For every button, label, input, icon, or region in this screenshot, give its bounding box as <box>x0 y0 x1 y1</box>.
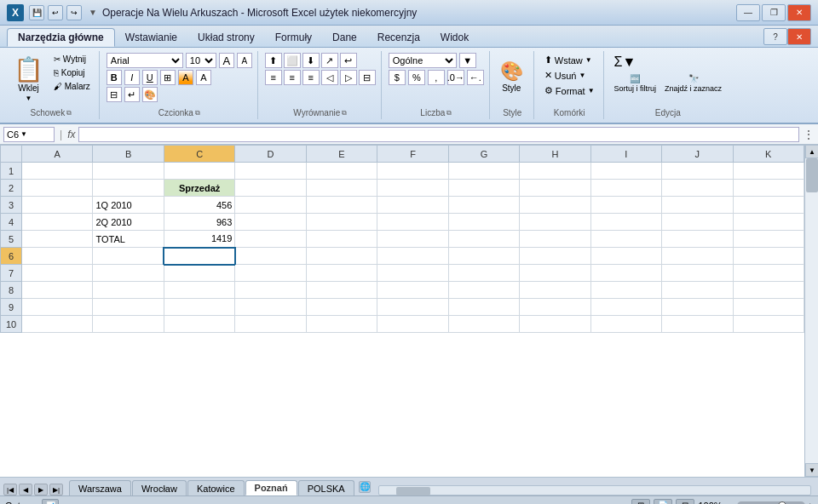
last-sheet-btn[interactable]: ▶| <box>49 484 63 495</box>
cell-h7[interactable] <box>520 265 590 282</box>
number-dropdown[interactable]: ▼ <box>459 53 476 68</box>
wrap-text-btn[interactable]: ↩ <box>340 53 357 68</box>
wrap-btn[interactable]: ↵ <box>124 87 140 102</box>
cell-c9[interactable] <box>164 299 234 316</box>
ribbon-close-btn[interactable]: ✕ <box>787 28 811 45</box>
col-header-b[interactable]: B <box>93 146 164 163</box>
currency-btn[interactable]: $ <box>389 70 406 85</box>
cell-d1[interactable] <box>235 163 306 180</box>
cell-h4[interactable] <box>520 214 590 231</box>
copy-button[interactable]: ⎘ Kopiuj <box>50 66 94 79</box>
cell-f10[interactable] <box>377 316 448 333</box>
sheet-tab-wroclaw[interactable]: Wrocław <box>132 480 187 495</box>
horizontal-scrollbar[interactable] <box>378 485 811 495</box>
cell-k10[interactable] <box>733 316 804 333</box>
cell-g2[interactable] <box>448 180 519 197</box>
merge-btn[interactable]: ⊟ <box>107 87 122 102</box>
sheet-tab-warszawa[interactable]: Warszawa <box>69 480 131 495</box>
save-quick-btn[interactable]: 💾 <box>29 5 44 20</box>
increase-font-btn[interactable]: A <box>219 53 234 68</box>
cell-c3[interactable]: 456 <box>164 197 234 214</box>
tab-widok[interactable]: Widok <box>430 28 479 47</box>
cell-d10[interactable] <box>235 316 306 333</box>
col-header-a[interactable]: A <box>22 146 93 163</box>
normal-view-btn[interactable]: ⊞ <box>631 499 650 505</box>
add-sheet-btn[interactable]: 🌐 <box>359 481 371 493</box>
increase-indent-btn[interactable]: ▷ <box>340 70 357 85</box>
cell-i7[interactable] <box>590 265 661 282</box>
align-right-btn[interactable]: ≡ <box>302 70 320 85</box>
cell-a7[interactable] <box>22 265 93 282</box>
col-header-g[interactable]: G <box>448 146 519 163</box>
cut-button[interactable]: ✂ Wytnij <box>50 53 94 66</box>
cell-d6[interactable] <box>235 248 306 265</box>
cell-c10[interactable] <box>164 316 234 333</box>
cell-f4[interactable] <box>377 214 448 231</box>
cell-i2[interactable] <box>590 180 661 197</box>
cell-j9[interactable] <box>662 299 733 316</box>
redo-quick-btn[interactable]: ↪ <box>66 5 82 20</box>
close-button[interactable]: ✕ <box>787 4 811 21</box>
align-top-btn[interactable]: ⬆ <box>265 53 282 68</box>
dropdown-arrow[interactable]: ▼ <box>85 8 97 17</box>
cell-i3[interactable] <box>590 197 661 214</box>
decrease-decimal-btn[interactable]: ←. <box>467 70 484 85</box>
cell-j4[interactable] <box>662 214 733 231</box>
decrease-font-btn[interactable]: A <box>237 53 252 68</box>
cell-d9[interactable] <box>235 299 306 316</box>
cell-j2[interactable] <box>662 180 733 197</box>
cell-f6[interactable] <box>377 248 448 265</box>
cell-c8[interactable] <box>164 282 234 299</box>
border-button[interactable]: ⊞ <box>160 70 176 85</box>
delete-dropdown[interactable]: ▼ <box>579 72 585 79</box>
cell-g6[interactable] <box>448 248 519 265</box>
formula-expand-btn[interactable]: ⋮ <box>803 128 815 141</box>
col-header-k[interactable]: K <box>733 146 804 163</box>
scroll-track[interactable] <box>805 158 818 463</box>
scroll-up-btn[interactable]: ▲ <box>805 145 818 158</box>
status-icon[interactable]: 📊 <box>42 499 59 505</box>
sheet-tab-poznan[interactable]: Poznań <box>245 480 297 495</box>
undo-quick-btn[interactable]: ↩ <box>48 5 63 20</box>
cell-a3[interactable] <box>22 197 93 214</box>
cell-e1[interactable] <box>306 163 377 180</box>
cell-i1[interactable] <box>590 163 661 180</box>
schowek-expand[interactable]: ⧉ <box>66 109 72 117</box>
czcionka-expand[interactable]: ⧉ <box>195 109 200 117</box>
cell-j5[interactable] <box>662 231 733 248</box>
maximize-button[interactable]: ❐ <box>762 4 786 21</box>
font-size-select[interactable]: 10 <box>186 53 216 68</box>
cell-c4[interactable]: 963 <box>164 214 234 231</box>
insert-cells-btn[interactable]: ⬆ Wstaw ▼ <box>541 53 598 67</box>
cell-e6[interactable] <box>306 248 377 265</box>
cell-i5[interactable] <box>590 231 661 248</box>
wyrownanie-expand[interactable]: ⧉ <box>342 109 347 117</box>
font-color-button[interactable]: A <box>196 70 211 85</box>
cell-b9[interactable] <box>93 299 164 316</box>
cell-g7[interactable] <box>448 265 519 282</box>
cell-g3[interactable] <box>448 197 519 214</box>
cell-k7[interactable] <box>733 265 804 282</box>
cell-k1[interactable] <box>733 163 804 180</box>
cell-g4[interactable] <box>448 214 519 231</box>
cell-b6[interactable] <box>93 248 164 265</box>
align-center-btn[interactable]: ≡ <box>284 70 301 85</box>
cell-e2[interactable] <box>306 180 377 197</box>
prev-sheet-btn[interactable]: ◀ <box>19 484 32 495</box>
col-header-j[interactable]: J <box>662 146 733 163</box>
scroll-down-btn[interactable]: ▼ <box>805 463 818 477</box>
fill-color-button[interactable]: A <box>178 70 193 85</box>
cell-k9[interactable] <box>733 299 804 316</box>
cell-h1[interactable] <box>520 163 590 180</box>
cell-i4[interactable] <box>590 214 661 231</box>
cell-k3[interactable] <box>733 197 804 214</box>
cell-a5[interactable] <box>22 231 93 248</box>
cell-d4[interactable] <box>235 214 306 231</box>
cell-b7[interactable] <box>93 265 164 282</box>
col-header-e[interactable]: E <box>306 146 377 163</box>
cell-k4[interactable] <box>733 214 804 231</box>
cell-b5[interactable]: TOTAL <box>93 231 164 248</box>
cell-i10[interactable] <box>590 316 661 333</box>
tab-formuly[interactable]: Formuły <box>265 28 322 47</box>
cell-d8[interactable] <box>235 282 306 299</box>
